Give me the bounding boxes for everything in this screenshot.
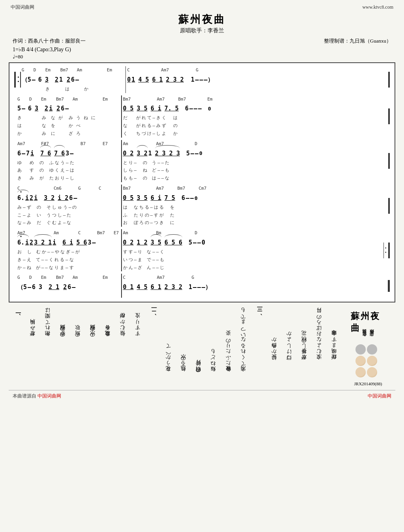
verse-1-line-7: 惜しむか柳が [117,310,127,340]
chord-Em1b: Em [107,66,120,74]
key-text: 1=♭B 4/4 (Capo:3,Play G) [13,47,71,52]
verse-2-line-1: 花をうかべて [163,310,173,375]
circle-1 [355,344,366,355]
verse-3-line-3: 君が手折りし桃の花 [299,310,309,364]
verse-1-num: 一、 [15,310,22,316]
chord-row-2: C Am7 G [127,66,387,74]
note-2-2: 2 [67,75,70,85]
top-bar: 中国词曲网 www.ktvc8.com [9,4,395,11]
note-3dot: 3 [45,75,49,85]
bottom-right-brand: 中国词曲网 [368,393,391,399]
note-1-1: 1 [59,75,63,85]
chord-Am7-2: Am7 [161,66,174,74]
site-name-left: 中国词曲网 [11,4,34,11]
verse-1-group: 一、 君がみ胸に 抱かれて聞くは 夢の蘇州の 鳥の歌 水の蘇州の 花散る春を 惜… [15,310,142,386]
info-row: 作词：西条八十 作曲：服部良一 整理制谱：九日旭（Guanxu） [9,37,395,45]
verse-1-line-3: 夢の蘇州の [57,310,67,340]
n-45: 4 5 [138,75,149,85]
song-title: 蘇州夜曲 [9,13,395,26]
song-card: 蘇州夜曲 服部良一 西條八十 作曲 作詞 JRX201409(88) [347,310,389,386]
verse-1-line-5: 水の蘇州の [87,310,97,340]
chord-row-1: G D Em Bm7 Am Em [22,66,124,74]
lyric-row-1: きはか [22,85,124,93]
verse-1-line-8: すすり泣く [132,310,142,340]
verse-1-line-1: 君がみ胸に [27,310,37,340]
bottom-brand-red: 中国词曲网 [37,393,61,399]
lyrics-section: 一、 君がみ胸に 抱かれて聞くは 夢の蘇州の 鳥の歌 水の蘇州の 花散る春を 惜… [9,310,395,386]
tempo-text: ♩=80 [13,54,23,60]
credits-right: 整理制谱：九日旭（Guanxu） [324,37,391,45]
chord-Am1: Am [77,66,90,74]
n-rp: —） [204,75,213,85]
chord-D1: D [34,66,45,74]
verse-2-line-3: 明日の行方は [193,310,203,375]
verse-1-line-4: 鳥の歌 [72,310,82,340]
chord-Em1: Em [45,66,60,74]
verse-2-lines: 花をうかべて 流れる水の 明日の行方は 知らねども 今宵映したふたりの姿 消えて… [163,310,248,375]
note-6: 6 [38,75,42,85]
circle-decorations [355,344,381,377]
note-dash1: — [32,75,37,85]
circle-5 [355,367,366,377]
verse-3-line-1: 髪にか飾ろか [269,310,279,364]
verse-1-line-2: 抱かれて聞くは [42,310,52,340]
verse-3-lines: 髪にか飾ろか 口づけしよか 君が手折りし桃の花 涙ぐむよなおぼろの月に 鐘が鳴り… [269,310,339,364]
site-url-right: www.ktvc8.com [362,4,393,10]
circle-4 [367,356,377,366]
measure-group-1: G D Em Bm7 Am Em （5 — 6 3 2 [22,66,124,93]
circle-2 [367,344,377,355]
chord-G1: G [22,66,33,74]
n-61: 6 1 [152,75,163,85]
verse-3-line-5: 鐘が鳴ります寒山寺 [329,310,339,364]
verse-2-line-4: 知らねども [208,310,218,375]
note-2-1: 2 [55,75,58,85]
repeat-start: •• [14,66,21,93]
measure-group-3: G D Em Bm7 Am Em 5 — 6 3 2 i [17,95,120,138]
note-6b: 6 [71,75,75,85]
verse-2-line-2: 流れる水の [178,310,188,375]
n-d1: — [195,75,199,85]
catalog-code: JRX201409(88) [354,381,382,386]
circle-3 [355,356,366,366]
circle-6 [367,367,377,377]
verse-2-line-5: 今宵映したふたりの姿 [223,310,233,375]
verse-3-num: 三、 [256,310,263,316]
verse-3-line-4: 涙ぐむよなおぼろの月に [314,310,324,364]
n-1-end: 1 [191,75,195,85]
credits-left: 作词：西条八十 作曲：服部良一 [13,37,86,45]
notes-row-2: 0 1 4 5 6 1 2 3 2 1 — — —） [127,75,387,85]
chord-G2: G [196,66,198,74]
verse-2-group: 二、 花をうかべて 流れる水の 明日の行方は 知らねども 今宵映したふたりの姿 … [150,310,248,386]
verse-2-num: 二、 [150,310,157,316]
chord-C2: C [127,66,135,74]
barline-end-1 [388,72,390,88]
n-1: 1 [131,75,135,85]
title-section: 蘇州夜曲 原唱歌手：李香兰 [9,13,395,34]
verse-2-line-6: 消えてくれるないつまでも [238,310,248,375]
notation-area: •• G D Em Bm7 Am Em （5 — 6 [9,62,395,302]
n-0: 0 [127,75,131,85]
note-5p: （5 [22,75,31,85]
notes-row-1: （5 — 6 3 2 1 2 6 — [22,75,124,85]
song-subtitle: 原唱歌手：李香兰 [9,27,395,34]
verse-1-line-6: 花散る春を [102,310,112,340]
key-signature: 1=♭B 4/4 (Capo:3,Play G) [9,46,395,53]
note-dash2: — [75,75,79,85]
verse-1-lines: 君がみ胸に 抱かれて聞くは 夢の蘇州の 鳥の歌 水の蘇州の 花散る春を 惜しむか… [27,310,142,340]
bottom-left: 本曲谱源自 中国词曲网 [13,393,61,399]
n-d2: — [200,75,203,85]
chord-Bm7-1: Bm7 [60,66,75,74]
song-card-title: 蘇州夜曲 [351,310,385,334]
measure-group-2: C Am7 G 0 1 4 5 6 1 2 3 2 [127,66,387,93]
bottom-bar: 本曲谱源自 中国词曲网 中国词曲网 [9,390,395,400]
n-232: 2 3 2 [166,75,184,85]
barline-1 [125,66,126,93]
tempo-mark: ♩=80 [9,54,395,60]
verse-3-line-2: 口づけしよか [284,310,294,364]
verse-3-group: 三、 髪にか飾ろか 口づけしよか 君が手折りし桃の花 涙ぐむよなおぼろの月に 鐘… [256,310,339,386]
